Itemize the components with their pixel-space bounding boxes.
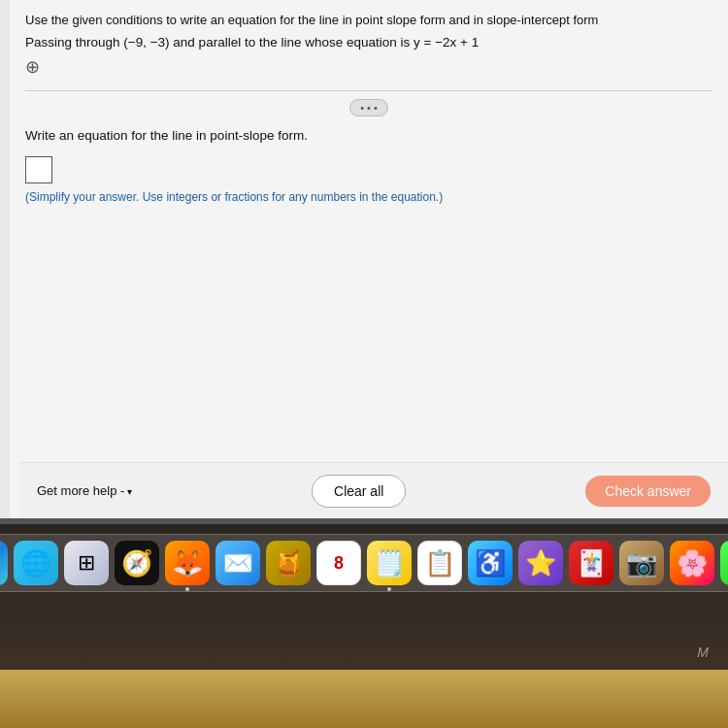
dock-icon-firefox[interactable]: 🦊: [165, 541, 210, 585]
dock-icon-game[interactable]: 🃏: [569, 541, 613, 585]
get-more-help-link[interactable]: Get more help -: [37, 483, 132, 498]
content-area: Use the given conditions to write an equ…: [10, 0, 728, 518]
clear-all-button[interactable]: Clear all: [312, 475, 406, 508]
dock-icon-safari[interactable]: 🌐: [14, 541, 58, 585]
dock-icon-photos[interactable]: 🌸: [670, 541, 714, 585]
dots-button[interactable]: • • •: [349, 99, 388, 116]
hint-text: (Simplify your answer. Use integers or f…: [25, 189, 712, 206]
dock-dot-firefox: [185, 587, 189, 591]
dock-dot-notes: [387, 587, 391, 591]
dock-icon-mail[interactable]: ✉️: [215, 541, 260, 585]
dock-icon-launchpad[interactable]: ⊞: [64, 541, 109, 585]
dock-icon-accessibility[interactable]: ♿: [468, 541, 513, 585]
answer-input-box[interactable]: [25, 156, 52, 183]
dock-icon-reminders[interactable]: 📋: [417, 541, 462, 585]
dock-icon-honey[interactable]: 🍯: [266, 541, 311, 585]
laptop-screen: Use the given conditions to write an equ…: [0, 0, 728, 524]
mac-label: M: [697, 645, 709, 660]
dock-icon-finder[interactable]: 🖥️: [0, 541, 8, 585]
bottom-action-bar: Get more help - Clear all Check answer: [19, 462, 728, 518]
dock-icon-star[interactable]: ⭐: [518, 541, 563, 585]
divider-top: [25, 90, 712, 91]
check-answer-button[interactable]: Check answer: [585, 476, 711, 507]
top-instruction: Use the given conditions to write an equ…: [25, 12, 712, 29]
dock-icon-photo2[interactable]: 📷: [619, 541, 664, 585]
dock-icon-compass[interactable]: 🧭: [115, 541, 159, 585]
question-text: Write an equation for the line in point-…: [25, 126, 712, 146]
dock-icon-notes[interactable]: 🗒️: [367, 541, 412, 585]
laptop-bottom-bezel: [0, 670, 728, 728]
dock-icon-calendar[interactable]: 8: [316, 541, 361, 585]
problem-statement: Passing through (−9, −3) and parallel to…: [25, 33, 712, 81]
dock: 🖥️ 🌐 ⊞ 🧭 🦊 ✉️ 🍯 8 🗒️: [0, 534, 728, 592]
dock-icon-messages[interactable]: 💬: [720, 541, 728, 585]
